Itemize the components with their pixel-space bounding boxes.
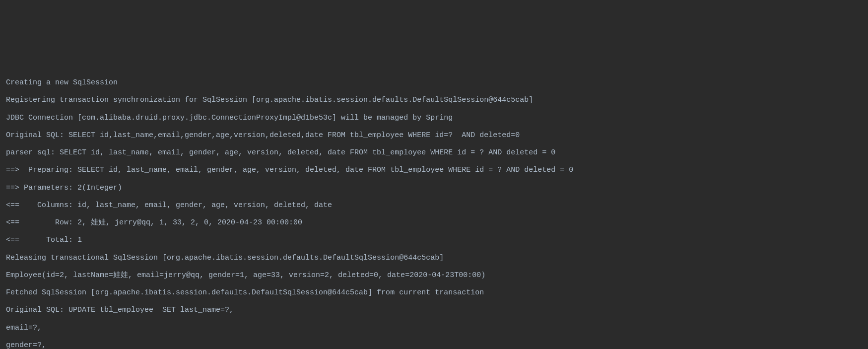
log-line: <== Columns: id, last_name, email, gende…	[6, 197, 862, 214]
console-output[interactable]: Creating a new SqlSessionRegistering tra…	[6, 74, 862, 349]
log-line: <== Total: 1	[6, 231, 862, 249]
log-line: parser sql: SELECT id, last_name, email,…	[6, 144, 862, 161]
log-line: ==> Parameters: 2(Integer)	[6, 179, 862, 197]
log-line: JDBC Connection [com.alibaba.druid.proxy…	[6, 109, 862, 127]
log-line: Original SQL: SELECT id,last_name,email,…	[6, 127, 862, 144]
log-line: gender=?,	[6, 337, 862, 349]
log-line: Original SQL: UPDATE tbl_employee SET la…	[6, 301, 862, 319]
log-line: Fetched SqlSession [org.apache.ibatis.se…	[6, 284, 862, 301]
log-line: Employee(id=2, lastName=娃娃, email=jerry@…	[6, 267, 862, 284]
log-line: email=?,	[6, 319, 862, 337]
log-line: <== Row: 2, 娃娃, jerry@qq, 1, 33, 2, 0, 2…	[6, 214, 862, 231]
log-line: Creating a new SqlSession	[6, 74, 862, 91]
log-line: ==> Preparing: SELECT id, last_name, ema…	[6, 161, 862, 179]
log-line: Registering transaction synchronization …	[6, 91, 862, 109]
log-line: Releasing transactional SqlSession [org.…	[6, 249, 862, 267]
